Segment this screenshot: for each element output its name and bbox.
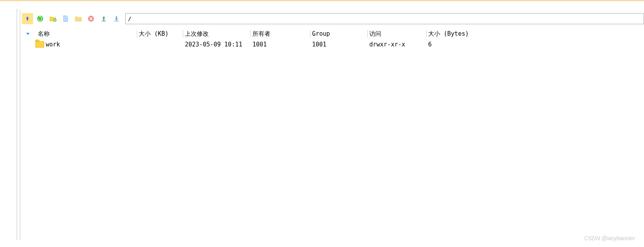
col-header-access[interactable]: 访问 <box>368 29 427 39</box>
watermark: CSDN @wcybaonier <box>584 235 635 241</box>
toolbar <box>22 12 644 25</box>
close-icon <box>87 15 95 22</box>
refresh-icon <box>37 15 44 22</box>
col-header-name[interactable]: 名称 <box>22 29 137 39</box>
upload-icon <box>100 15 107 22</box>
svg-rect-4 <box>114 21 119 21</box>
arrow-up-folder-icon <box>24 15 31 22</box>
table-row[interactable]: work 2023-05-09 10:11 1001 1001 drwxr-xr… <box>22 40 644 49</box>
col-header-modified[interactable]: 上次修改 <box>183 29 251 39</box>
new-folder-button[interactable] <box>47 13 58 24</box>
upload-button[interactable] <box>98 13 109 24</box>
new-file-icon <box>62 15 69 22</box>
file-name: work <box>46 41 60 48</box>
open-folder-button[interactable] <box>73 13 84 24</box>
path-input[interactable] <box>125 13 644 24</box>
file-size-bytes: 6 <box>427 40 644 49</box>
file-owner: 1001 <box>251 40 310 49</box>
go-up-button[interactable] <box>22 13 33 24</box>
folder-icon <box>35 41 44 48</box>
col-header-owner[interactable]: 所有者 <box>251 29 310 39</box>
svg-rect-3 <box>102 21 106 21</box>
delete-button[interactable] <box>85 13 97 24</box>
col-header-group[interactable]: Group <box>310 29 368 39</box>
col-header-size-bytes[interactable]: 大小 (Bytes) <box>427 29 644 39</box>
file-group: 1001 <box>310 40 368 49</box>
open-folder-icon <box>75 15 82 22</box>
download-icon <box>113 15 120 22</box>
new-folder-icon <box>49 15 56 22</box>
window-top-accent <box>0 0 644 1</box>
col-header-size-kb[interactable]: 大小 (KB) <box>137 29 183 39</box>
download-button[interactable] <box>111 13 122 24</box>
new-file-button[interactable] <box>60 13 71 24</box>
column-header-row: 名称 大小 (KB) 上次修改 所有者 Group 访问 大小 (Bytes) <box>22 29 644 39</box>
file-access: drwxr-xr-x <box>368 40 427 49</box>
file-modified: 2023-05-09 10:11 <box>183 40 251 49</box>
refresh-button[interactable] <box>35 13 46 24</box>
file-size-kb <box>137 40 183 49</box>
